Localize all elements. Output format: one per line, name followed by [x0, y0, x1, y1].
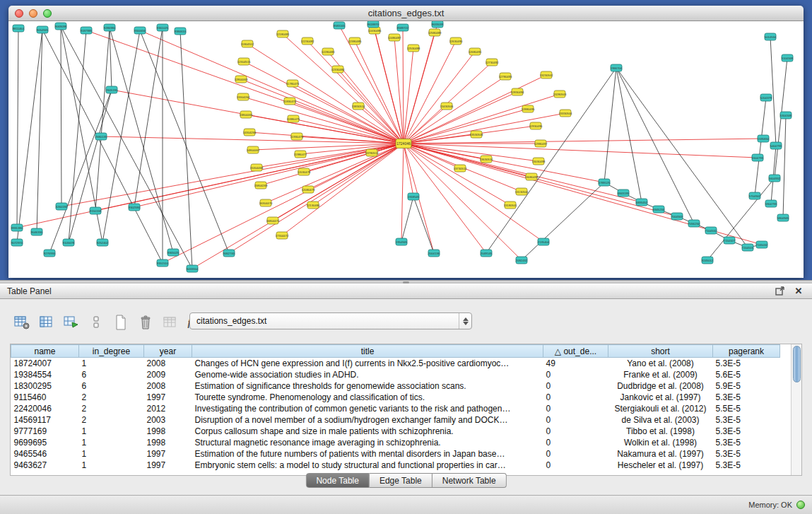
graph-edge[interactable]	[134, 144, 404, 207]
table-scrollbar[interactable]	[791, 344, 801, 475]
graph-edge[interactable]	[61, 26, 192, 269]
graph-edge[interactable]	[616, 68, 748, 247]
graph-node[interactable]: 11780473	[286, 80, 300, 87]
graph-node[interactable]: 13180501	[504, 201, 517, 209]
graph-node[interactable]: 6945234	[653, 206, 665, 213]
graph-edge[interactable]	[404, 52, 475, 144]
graph-edge[interactable]	[49, 90, 112, 253]
graph-edge[interactable]	[413, 197, 434, 253]
graph-node[interactable]: 9276930	[44, 250, 56, 257]
graph-node[interactable]: 13830514	[352, 103, 365, 110]
graph-node[interactable]: 8811464	[13, 25, 25, 32]
table-row[interactable]: 946362711997Embryonic stem cells: a mode…	[11, 460, 780, 471]
graph-node[interactable]: 5904793	[765, 200, 777, 207]
graph-node[interactable]: 5504793	[752, 154, 764, 161]
graph-node[interactable]: 15304468	[250, 164, 264, 171]
graph-node[interactable]: 1918545	[408, 193, 420, 200]
graph-node[interactable]: 11880475	[287, 115, 300, 122]
graph-node[interactable]: 13080499	[525, 173, 539, 180]
graph-edge[interactable]	[17, 30, 42, 243]
graph-edge[interactable]	[266, 144, 404, 203]
float-panel-icon[interactable]	[774, 286, 787, 297]
graph-node[interactable]: 9245012	[702, 257, 714, 264]
graph-node[interactable]: 12304515	[237, 58, 251, 65]
graph-edge[interactable]	[42, 30, 163, 263]
graph-node[interactable]: 7104532	[705, 227, 717, 234]
table-row[interactable]: 2242004622012Investigating the contribut…	[11, 403, 780, 414]
graph-edge[interactable]	[404, 76, 505, 144]
table-row[interactable]: 946554611997Estimation of the future num…	[11, 448, 780, 460]
row-height-icon[interactable]	[87, 313, 105, 332]
graph-edge[interactable]	[404, 139, 763, 144]
graph-node[interactable]: 2605190	[106, 86, 118, 93]
graph-node[interactable]: 9361025	[157, 24, 169, 31]
graph-edge[interactable]	[755, 98, 766, 196]
graph-edge[interactable]	[134, 28, 163, 207]
network-canvas[interactable]: 1724046118045121230451512804463133042641…	[8, 21, 804, 278]
graph-node[interactable]: 12530488	[407, 45, 420, 52]
graph-node[interactable]: 9069098	[55, 23, 67, 30]
graph-edge[interactable]	[328, 52, 404, 144]
graph-node[interactable]: 5704942	[749, 192, 761, 199]
graph-edge[interactable]	[522, 182, 604, 260]
graph-edge[interactable]	[257, 144, 404, 168]
graph-node[interactable]: 1966704	[611, 64, 623, 71]
graph-node[interactable]: 9365025	[167, 249, 180, 256]
import-table-icon[interactable]	[161, 313, 180, 332]
graph-node[interactable]: 13280503	[553, 90, 567, 98]
graph-edge[interactable]	[770, 37, 776, 146]
graph-node[interactable]: 12030478	[298, 168, 311, 175]
graph-edge[interactable]	[404, 24, 437, 144]
graph-edge[interactable]	[486, 68, 616, 253]
column-header-1[interactable]: in_degree	[79, 345, 144, 358]
graph-node[interactable]: 1954945	[396, 238, 408, 245]
graph-edge[interactable]	[404, 144, 522, 260]
graph-node[interactable]: 12430486	[368, 27, 382, 34]
graph-node[interactable]: 7154327	[724, 237, 736, 244]
graph-edge[interactable]	[180, 31, 192, 269]
graph-node[interactable]: 5304348	[780, 112, 792, 119]
graph-node[interactable]: 1595834	[758, 135, 770, 142]
graph-edge[interactable]	[338, 69, 404, 144]
graph-node[interactable]: 13730512	[454, 165, 467, 172]
table-row[interactable]: 977716911998Corpus callosum shape and si…	[11, 426, 780, 437]
scrollbar-thumb[interactable]	[793, 346, 801, 382]
graph-hub-node[interactable]: 1724046	[396, 139, 411, 148]
graph-edge[interactable]	[404, 48, 413, 144]
graph-node[interactable]: 8633039	[432, 21, 444, 28]
column-header-3[interactable]: title	[192, 345, 543, 358]
graph-node[interactable]: 8931380	[11, 224, 23, 231]
close-panel-icon[interactable]: ✕	[792, 286, 805, 297]
graph-edge[interactable]	[241, 79, 404, 144]
graph-edge[interactable]	[313, 144, 404, 205]
graph-node[interactable]: 12930496	[529, 122, 543, 129]
graph-node[interactable]: 8583165	[334, 22, 346, 29]
graph-edge[interactable]	[616, 68, 642, 202]
zoom-window-button[interactable]	[43, 9, 52, 18]
graph-node[interactable]: 2680135	[95, 133, 107, 140]
graph-node[interactable]: 7004563	[671, 213, 683, 220]
edit-table-icon[interactable]	[62, 313, 81, 332]
graph-edge[interactable]	[401, 144, 404, 242]
graph-node[interactable]: 14804467	[247, 146, 260, 153]
graph-node[interactable]: 5204379	[760, 94, 772, 101]
graph-node[interactable]: 13330504	[559, 110, 572, 117]
graph-node[interactable]: 9433554	[187, 265, 199, 272]
graph-edge[interactable]	[229, 144, 404, 253]
graph-edge[interactable]	[163, 144, 404, 263]
graph-edge[interactable]	[404, 144, 604, 182]
tab-network-table[interactable]: Network Table	[433, 473, 507, 488]
close-window-button[interactable]	[15, 9, 23, 18]
graph-edge[interactable]	[604, 68, 616, 182]
graph-node[interactable]: 2092432	[516, 257, 528, 264]
graph-edge[interactable]	[404, 144, 510, 205]
graph-edge[interactable]	[401, 197, 413, 242]
graph-node[interactable]: 14304266	[243, 129, 257, 136]
graph-node[interactable]: 9351510	[157, 259, 169, 267]
minimize-window-button[interactable]	[29, 9, 37, 18]
graph-node[interactable]: 13030498	[532, 158, 546, 165]
table-row[interactable]: 1830029562008Estimation of significance …	[11, 380, 780, 392]
tab-node-table[interactable]: Node Table	[305, 473, 370, 488]
graph-edge[interactable]	[140, 30, 404, 144]
graph-edge[interactable]	[404, 106, 447, 144]
